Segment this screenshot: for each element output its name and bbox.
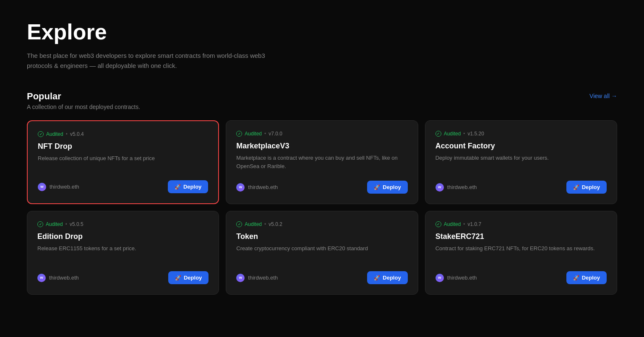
card-name: Edition Drop [37, 232, 209, 241]
card-footer: W thirdweb.eth 🚀 Deploy [37, 271, 209, 284]
publisher: W thirdweb.eth [236, 274, 278, 282]
deploy-icon: 🚀 [573, 275, 579, 281]
version-text: v5.0.2 [269, 221, 282, 227]
deploy-label: Deploy [582, 184, 600, 190]
deploy-label: Deploy [383, 275, 401, 281]
card-name: MarketplaceV3 [236, 142, 407, 150]
card-footer: W thirdweb.eth 🚀 Deploy [236, 181, 407, 194]
card-name: NFT Drop [38, 142, 208, 151]
card-footer: W thirdweb.eth 🚀 Deploy [236, 271, 407, 284]
publisher-name: thirdweb.eth [49, 275, 79, 281]
card-name: StakeERC721 [435, 232, 607, 241]
card-footer: W thirdweb.eth 🚀 Deploy [38, 180, 208, 193]
version-dot: • [65, 221, 67, 227]
audited-label: Audited [46, 131, 63, 137]
card-description: Release collection of unique NFTs for a … [38, 154, 208, 163]
card-description: Deploy immutable smart wallets for your … [435, 154, 607, 162]
publisher-name: thirdweb.eth [248, 184, 278, 190]
card-top: Audited • v7.0.0 MarketplaceV3 Marketpla… [236, 131, 407, 170]
version-text: v5.0.5 [70, 221, 83, 227]
audited-icon [435, 131, 441, 137]
card-top: Audited • v1.5.20 Account Factory Deploy… [435, 131, 607, 162]
deploy-icon: 🚀 [573, 184, 579, 190]
view-all-link[interactable]: View all → [589, 93, 617, 99]
deploy-button[interactable]: 🚀 Deploy [168, 271, 209, 284]
card-top: Audited • v1.0.7 StakeERC721 Contract fo… [435, 221, 607, 253]
audited-label: Audited [46, 221, 63, 227]
deploy-label: Deploy [184, 275, 202, 281]
section-title: Popular [27, 91, 140, 102]
audited-label: Audited [245, 131, 262, 137]
contract-card-account-factory: Audited • v1.5.20 Account Factory Deploy… [425, 120, 617, 204]
publisher: W thirdweb.eth [236, 183, 278, 192]
publisher-avatar: W [236, 274, 245, 282]
deploy-icon: 🚀 [374, 275, 380, 281]
audited-label: Audited [444, 131, 461, 137]
card-footer: W thirdweb.eth 🚀 Deploy [435, 271, 607, 284]
publisher-name: thirdweb.eth [50, 184, 79, 190]
publisher-avatar: W [236, 183, 245, 192]
deploy-button[interactable]: 🚀 Deploy [566, 181, 607, 194]
deploy-label: Deploy [582, 275, 600, 281]
section-subtitle: A collection of our most deployed contra… [27, 104, 140, 110]
version-text: v5.0.4 [70, 131, 84, 137]
section-header: Popular A collection of our most deploye… [27, 91, 617, 110]
publisher: W thirdweb.eth [37, 274, 79, 282]
publisher-avatar: W [435, 183, 444, 192]
version-text: v7.0.0 [269, 131, 282, 137]
deploy-button[interactable]: 🚀 Deploy [367, 271, 407, 284]
deploy-label: Deploy [183, 184, 201, 190]
version-dot: • [463, 131, 465, 137]
audited-label: Audited [245, 221, 262, 227]
version-dot: • [66, 131, 68, 137]
publisher-avatar: W [38, 183, 46, 191]
card-top: Audited • v5.0.5 Edition Drop Release ER… [37, 221, 209, 253]
audited-icon [37, 221, 43, 227]
publisher-name: thirdweb.eth [447, 275, 477, 281]
deploy-icon: 🚀 [175, 184, 181, 190]
card-badge: Audited • v5.0.2 [236, 221, 407, 227]
card-top: Audited • v5.0.4 NFT Drop Release collec… [38, 131, 208, 163]
card-badge: Audited • v1.0.7 [435, 221, 607, 227]
contract-card-edition-drop: Audited • v5.0.5 Edition Drop Release ER… [27, 211, 219, 295]
audited-label: Audited [444, 221, 461, 227]
deploy-button[interactable]: 🚀 Deploy [367, 181, 407, 194]
version-text: v1.0.7 [468, 221, 482, 227]
publisher-name: thirdweb.eth [447, 184, 477, 190]
card-top: Audited • v5.0.2 Token Create cryptocurr… [236, 221, 407, 253]
card-footer: W thirdweb.eth 🚀 Deploy [435, 181, 607, 194]
card-description: Contract for staking ERC721 NFTs, for ER… [435, 244, 607, 253]
version-dot: • [463, 221, 465, 227]
audited-icon [38, 131, 44, 137]
publisher: W thirdweb.eth [435, 183, 477, 192]
contract-card-token: Audited • v5.0.2 Token Create cryptocurr… [226, 211, 418, 295]
deploy-button[interactable]: 🚀 Deploy [566, 271, 607, 284]
section-title-group: Popular A collection of our most deploye… [27, 91, 140, 110]
card-badge: Audited • v5.0.5 [37, 221, 209, 227]
card-description: Release ERC1155 tokens for a set price. [37, 244, 209, 253]
contract-card-marketplace-v3: Audited • v7.0.0 MarketplaceV3 Marketpla… [226, 120, 418, 204]
publisher-avatar: W [435, 274, 444, 282]
version-text: v1.5.20 [468, 131, 484, 137]
card-name: Account Factory [435, 142, 607, 150]
audited-icon [435, 221, 441, 227]
contracts-grid: Audited • v5.0.4 NFT Drop Release collec… [27, 120, 617, 295]
audited-icon [236, 221, 242, 227]
deploy-button[interactable]: 🚀 Deploy [168, 180, 208, 193]
deploy-icon: 🚀 [374, 184, 380, 190]
card-badge: Audited • v5.0.4 [38, 131, 208, 137]
page-title: Explore [27, 20, 617, 44]
version-dot: • [264, 221, 266, 227]
audited-icon [236, 131, 242, 137]
contract-card-stake-erc721: Audited • v1.0.7 StakeERC721 Contract fo… [425, 211, 617, 295]
publisher: W thirdweb.eth [435, 274, 477, 282]
publisher-avatar: W [37, 274, 46, 282]
version-dot: • [264, 131, 266, 137]
card-badge: Audited • v1.5.20 [435, 131, 607, 137]
page-subtitle: The best place for web3 developers to ex… [27, 51, 279, 71]
publisher: W thirdweb.eth [38, 183, 79, 191]
card-description: Create cryptocurrency compliant with ERC… [236, 244, 407, 253]
deploy-icon: 🚀 [175, 275, 181, 281]
card-badge: Audited • v7.0.0 [236, 131, 407, 137]
publisher-name: thirdweb.eth [248, 275, 278, 281]
